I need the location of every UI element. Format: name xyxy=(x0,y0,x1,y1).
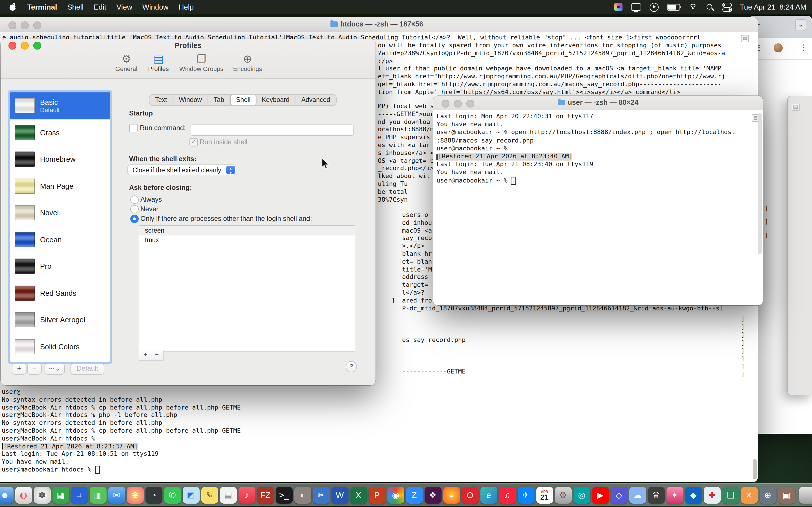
control-center-icon[interactable] xyxy=(722,3,731,11)
process-list-item[interactable]: screen xyxy=(139,226,355,235)
run-command-checkbox[interactable] xyxy=(129,124,138,132)
dock-app-icon[interactable]: ▥ xyxy=(89,487,106,503)
dock-app-icon[interactable]: ✚ xyxy=(703,487,720,503)
dock-app-icon[interactable]: ◎ xyxy=(573,487,590,503)
dock-app-icon[interactable]: ⌗ xyxy=(71,487,88,503)
dock-app-icon[interactable]: ✎ xyxy=(201,487,218,503)
profile-list-item[interactable]: Red Sands xyxy=(10,280,110,306)
menu-item[interactable]: Shell xyxy=(67,3,84,11)
spotlight-search-icon[interactable] xyxy=(706,3,714,11)
dock-app-icon[interactable]: ◇ xyxy=(610,487,627,503)
dock-app-icon[interactable]: ♛ xyxy=(648,487,665,503)
dock-app-icon[interactable] xyxy=(797,487,797,503)
menu-item[interactable]: Edit xyxy=(94,3,106,11)
user-terminal-content[interactable]: Last login: Mon Apr 20 22:40:31 on ttys1… xyxy=(433,110,763,305)
profile-list-item[interactable]: Homebrew xyxy=(10,146,110,173)
profile-list-item[interactable]: Man Page xyxy=(10,173,110,200)
toolbar-item-profiles[interactable]: ▤ Profiles xyxy=(137,53,180,72)
dock-app-icon[interactable]: ▶ xyxy=(592,487,609,503)
toolbar-item-encodings[interactable]: ⊕ Encodings xyxy=(226,53,269,72)
profile-list-item[interactable]: Ocean xyxy=(10,226,110,253)
tab-search-button[interactable]: ⌄ xyxy=(795,19,806,31)
toolbar-item-window-groups[interactable]: ❐ Window Groups xyxy=(175,53,227,72)
dock-app-icon[interactable]: O xyxy=(462,487,478,503)
dock-app-icon[interactable]: ✈ xyxy=(517,487,534,503)
battery-icon[interactable] xyxy=(667,4,680,10)
set-default-button[interactable]: Default xyxy=(70,363,104,375)
menu-kebab-icon[interactable]: ⋮ xyxy=(800,43,808,52)
user-terminal-window[interactable]: user — -zsh — 80×24 Last login: Mon Apr … xyxy=(433,96,763,305)
dock-app-icon[interactable]: ✂ xyxy=(313,487,329,503)
dock-app-icon[interactable]: ♪ xyxy=(238,487,255,503)
dock-app-icon[interactable]: ✳ xyxy=(741,487,758,503)
remove-process-button[interactable]: − xyxy=(151,350,163,360)
dock-app-icon[interactable]: e xyxy=(480,487,497,503)
dock-app-icon[interactable]: ⚙ xyxy=(555,487,571,503)
profile-actions-menu[interactable]: ⋯⌄ xyxy=(45,363,65,375)
dock-app-icon[interactable]: ✉ xyxy=(108,487,125,503)
dock-app-icon[interactable]: ❀ xyxy=(126,487,144,503)
profile-list-item[interactable]: Novel xyxy=(10,200,110,226)
dock-app-icon[interactable]: ▣ xyxy=(778,487,795,503)
dock-app-icon[interactable]: ◍ xyxy=(15,487,32,503)
profile-tabs[interactable]: TextWindowTabShellKeyboardAdvanced xyxy=(149,94,336,106)
profile-list-item[interactable]: Silver Aerogel xyxy=(10,306,110,333)
tab[interactable]: Tab xyxy=(208,95,231,105)
menu-item[interactable]: Help xyxy=(179,3,194,11)
dock-app-icon[interactable]: ▤ xyxy=(220,487,237,503)
dock-app-icon[interactable]: ◒ xyxy=(443,487,460,503)
dock-app-icon[interactable]: ◐ xyxy=(294,487,311,503)
dock-app-icon[interactable]: ☁ xyxy=(629,487,646,503)
display-icon[interactable] xyxy=(631,3,641,11)
dock-app-icon[interactable]: ♫ xyxy=(499,487,516,503)
remove-profile-button[interactable]: − xyxy=(27,363,42,375)
scrollbar-thumb[interactable] xyxy=(758,113,762,254)
dock-app-icon[interactable]: >_ xyxy=(275,487,292,503)
terminal-profiles-window[interactable]: Profiles ⚙ General ▤ Profiles ❐ Window G… xyxy=(1,39,375,385)
apple-menu-icon[interactable] xyxy=(9,3,17,11)
dock-app-icon[interactable]: ❖ xyxy=(424,487,441,503)
help-button[interactable]: ? xyxy=(346,361,357,372)
dock-app-icon[interactable] xyxy=(799,487,812,503)
dock-app-icon[interactable]: Z xyxy=(406,487,423,503)
run-inside-shell-checkbox[interactable]: ✓ xyxy=(190,138,198,147)
dock-app-icon[interactable]: ✽ xyxy=(34,487,50,503)
htdocs-titlebar[interactable]: htdocs — -zsh — 187×56 xyxy=(0,17,758,33)
process-list-item[interactable]: tmux xyxy=(139,235,355,245)
dock-app-icon[interactable]: W xyxy=(331,487,348,503)
menu-item[interactable]: View xyxy=(116,3,132,11)
playback-icon[interactable] xyxy=(650,3,659,11)
menu-bar-clock[interactable]: Tue Apr 21 8:24 AM xyxy=(740,3,806,11)
wifi-icon[interactable] xyxy=(689,4,698,10)
app-status-icon[interactable] xyxy=(614,3,622,11)
dock-app-icon[interactable]: FZ xyxy=(257,487,274,503)
avatar[interactable] xyxy=(774,43,783,52)
radio-always[interactable] xyxy=(130,195,139,204)
profile-list[interactable]: Basic Default Grass Homebrew xyxy=(10,92,110,362)
dock-app-icon[interactable]: P xyxy=(368,487,386,503)
user-titlebar[interactable]: user — -zsh — 80×24 xyxy=(433,96,763,110)
add-profile-button[interactable]: + xyxy=(12,363,27,375)
shell-exit-select[interactable]: Close if the shell exited cleanly ▴ ▾ xyxy=(128,165,236,175)
dock-app-icon[interactable]: ◩ xyxy=(183,487,199,503)
scrollbar-thumb[interactable] xyxy=(753,459,757,480)
tab[interactable]: Shell xyxy=(231,95,256,105)
dock-app-icon[interactable]: ☻ xyxy=(0,487,13,503)
dock-app-icon[interactable]: ❑ xyxy=(722,487,739,503)
app-menu-terminal[interactable]: Terminal xyxy=(27,3,57,11)
tab[interactable]: Text xyxy=(149,95,173,105)
profile-list-item[interactable]: Pro xyxy=(10,253,110,280)
process-list[interactable]: screentmux xyxy=(139,225,355,351)
tab[interactable]: Keyboard xyxy=(256,95,296,105)
radio-never[interactable] xyxy=(130,205,139,214)
dock-app-icon[interactable]: APR 21 xyxy=(536,487,553,503)
profile-list-item[interactable]: Solid Colors xyxy=(10,333,110,360)
menu-item[interactable]: Window xyxy=(142,3,168,11)
run-command-input[interactable] xyxy=(191,124,354,136)
radio-only-if-processes[interactable] xyxy=(130,215,139,223)
dock-app-icon[interactable]: X xyxy=(350,487,367,503)
tab[interactable]: Advanced xyxy=(296,95,336,105)
dock-app-icon[interactable]: ◔ xyxy=(145,487,162,503)
add-process-button[interactable]: + xyxy=(139,350,152,360)
dock-app-icon[interactable]: ✆ xyxy=(164,487,181,503)
